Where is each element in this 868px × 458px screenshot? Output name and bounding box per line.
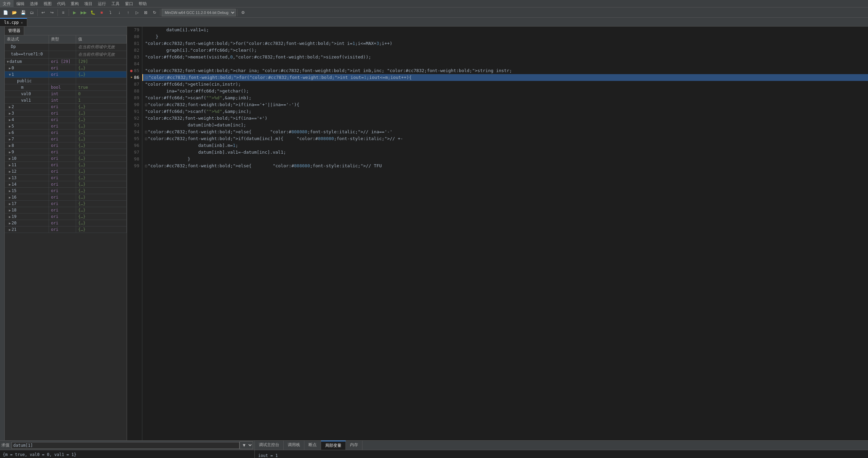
expr-label: 求值 — [1, 442, 10, 448]
build-btn[interactable]: ▶ — [70, 9, 78, 17]
save-all-btn[interactable]: 🗂 — [28, 9, 36, 17]
tabbar: ls.cpp ✕ — [0, 18, 868, 27]
var-row[interactable]: ▶0 ori {…} — [5, 65, 127, 71]
line-number: 96 — [130, 142, 139, 149]
var-row[interactable]: ▶11 ori {…} — [5, 162, 127, 168]
step-out-btn[interactable]: ↑ — [124, 9, 132, 17]
expression-panel: 求值 ▼ {m = true, val0 = 0, val1 = 1} — [0, 441, 255, 458]
var-row[interactable]: ▼datum ori [29] [29] — [5, 58, 127, 65]
tab-label: ls.cpp — [4, 20, 19, 25]
col-expr: 表达式 — [5, 35, 49, 43]
line-number: ➤86 — [130, 74, 139, 81]
menu-tools[interactable]: 工具 — [109, 0, 122, 7]
menu-select[interactable]: 选择 — [27, 0, 41, 7]
expr-dropdown[interactable]: ▼ — [240, 441, 253, 449]
var-row[interactable]: ▶6 ori {…} — [5, 130, 127, 136]
stop-btn[interactable]: ■ — [98, 9, 106, 17]
menu-help[interactable]: 帮助 — [136, 0, 149, 7]
var-row[interactable]: ▶9 ori {…} — [5, 149, 127, 155]
code-line: datum[inb]=datum[inc]; — [142, 122, 868, 129]
var-row[interactable]: ▶17 ori {…} — [5, 201, 127, 207]
debug-btn[interactable]: 🐛 — [89, 9, 97, 17]
line-number: 91 — [130, 108, 139, 115]
expr-input[interactable] — [12, 442, 240, 449]
var-row[interactable]: ▼1 ori {…} — [5, 71, 127, 78]
var-row[interactable]: ▶2 ori {…} — [5, 104, 127, 110]
format-btn[interactable]: ≡ — [59, 9, 67, 17]
code-line: ina="color:#ffc66d;">getchar(); — [142, 88, 868, 95]
compiler-combo[interactable]: MinGW-w64 GCC 11.2.0 64-bit Debug — [162, 9, 236, 16]
debug-var-line: iout = 1 — [258, 452, 865, 458]
var-row[interactable]: ▶15 ori {…} — [5, 188, 127, 194]
stop2-btn[interactable]: ⊠ — [142, 9, 150, 17]
line-number: 80 — [130, 33, 139, 40]
var-row[interactable]: ▶20 ori {…} — [5, 220, 127, 226]
code-content[interactable]: datum[i].val1=i; } "color:#cc7832;font-w… — [142, 27, 868, 440]
manager-tab[interactable]: 管理器 — [5, 27, 24, 35]
var-row[interactable]: val1 int 1 — [5, 97, 127, 104]
menu-view[interactable]: 视图 — [41, 0, 54, 7]
menu-code[interactable]: 代码 — [54, 0, 68, 7]
code-line: □ "color:#cc7832;font-weight:bold;">else… — [142, 163, 868, 169]
run-btn[interactable]: ▶▶ — [79, 9, 88, 17]
code-line — [142, 61, 868, 67]
var-row[interactable]: ▶12 ori {…} — [5, 168, 127, 175]
menu-file[interactable]: 文件 — [0, 0, 14, 7]
left-sidebar — [0, 27, 5, 440]
var-row[interactable]: val0 int 0 — [5, 91, 127, 97]
line-number: 98 — [130, 156, 139, 163]
open-btn[interactable]: 📂 — [10, 9, 18, 17]
var-row[interactable]: ▶3 ori {…} — [5, 110, 127, 117]
tab-ls-cpp[interactable]: ls.cpp ✕ — [0, 18, 27, 26]
code-line: "color:#ffc66d;">memset(visited,0,"color… — [142, 54, 868, 61]
menu-window[interactable]: 窗口 — [122, 0, 136, 7]
code-area: 798081828384●85➤868788899091929394959697… — [127, 27, 868, 440]
menu-refactor[interactable]: 重构 — [68, 0, 82, 7]
step-over-btn[interactable]: ⤵ — [106, 9, 114, 17]
code-line: graph[i]."color:#ffc66d;">clear(); — [142, 47, 868, 54]
expr-input-row: 求值 ▼ — [0, 441, 254, 450]
var-row[interactable]: ▶14 ori {…} — [5, 181, 127, 188]
line-number: 88 — [130, 88, 139, 95]
vars-table-header: 表达式 类型 值 — [5, 35, 127, 44]
line-number: 82 — [130, 47, 139, 54]
new-file-btn[interactable]: 📄 — [1, 9, 10, 17]
save-btn[interactable]: 💾 — [19, 9, 27, 17]
var-row[interactable]: ▶8 ori {…} — [5, 142, 127, 149]
var-row[interactable]: ▶5 ori {…} — [5, 123, 127, 130]
undo-btn[interactable]: ↩ — [39, 9, 47, 17]
settings-btn[interactable]: ⚙ — [239, 9, 247, 17]
debug-tab-1[interactable]: 调用栈 — [284, 441, 304, 450]
var-row[interactable]: ▶7 ori {…} — [5, 136, 127, 142]
var-row[interactable]: ▶13 ori {…} — [5, 175, 127, 181]
var-row[interactable]: Dp 在当前作用域中无效 — [5, 44, 127, 51]
debug-tab-0[interactable]: 调试主控台 — [255, 441, 284, 450]
code-line: "color:#cc7832;font-weight:bold;">if(ina… — [142, 115, 868, 122]
debug-tab-2[interactable]: 断点 — [304, 441, 321, 450]
debug-tab-4[interactable]: 内存 — [346, 441, 362, 450]
debug-tab-3[interactable]: 局部变量 — [321, 441, 346, 450]
menu-run[interactable]: 运行 — [95, 0, 109, 7]
step-into-btn[interactable]: ↓ — [115, 9, 123, 17]
line-number: 87 — [130, 81, 139, 88]
var-row[interactable]: tab==true?1:0 在当前作用域中无效 — [5, 51, 127, 58]
var-row[interactable]: ▶19 ori {…} — [5, 214, 127, 220]
var-row[interactable]: ▶10 ori {…} — [5, 155, 127, 162]
var-row[interactable]: m bool true — [5, 84, 127, 91]
var-row[interactable]: ▶4 ori {…} — [5, 117, 127, 123]
redo-btn[interactable]: ↪ — [48, 9, 56, 17]
var-row[interactable]: ▶18 ori {…} — [5, 207, 127, 214]
var-row[interactable]: ▶16 ori {…} — [5, 194, 127, 201]
col-type: 类型 — [49, 35, 76, 43]
continue-btn[interactable]: ▷ — [133, 9, 141, 17]
sep2 — [57, 9, 58, 16]
code-editor: 798081828384●85➤868788899091929394959697… — [127, 27, 868, 440]
var-row[interactable]: ▶21 ori {…} — [5, 226, 127, 233]
menu-project[interactable]: 项目 — [82, 0, 95, 7]
reset-btn[interactable]: ↻ — [150, 9, 159, 17]
code-line: datum[i].val1=i; — [142, 27, 868, 33]
menu-edit[interactable]: 编辑 — [14, 0, 27, 7]
tab-close-icon[interactable]: ✕ — [21, 21, 23, 24]
var-row[interactable]: public — [5, 78, 127, 84]
breakpoint-dot[interactable]: ● — [130, 67, 132, 74]
